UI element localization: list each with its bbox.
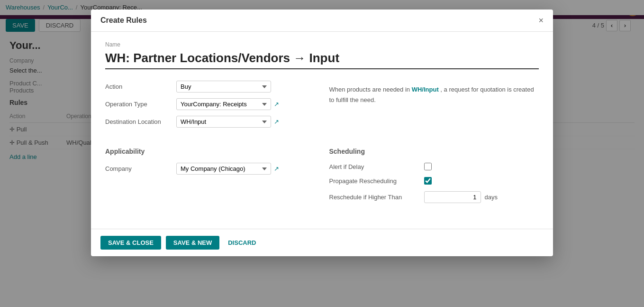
modal-body: Name Action Buy [91, 32, 553, 229]
action-value: Buy [176, 81, 315, 93]
reschedule-label: Reschedule if Higher Than [329, 194, 424, 201]
alert-delay-label: Alert if Delay [329, 163, 424, 170]
company-row: Company My Company (Chicago) ↗ [105, 163, 315, 175]
operation-type-row: Operation Type YourCompany: Receipts ↗ [105, 98, 315, 110]
destination-location-external-link[interactable]: ↗ [274, 118, 279, 125]
app-background: ⊞ Inventory Overview Operations Master D… [0, 0, 644, 307]
propagate-checkbox[interactable] [424, 177, 432, 185]
modal-footer: SAVE & CLOSE SAVE & NEW DISCARD [91, 229, 553, 256]
destination-location-label: Destination Location [105, 118, 176, 125]
desc-line1: When products are needed in [329, 86, 410, 93]
operation-type-external-link[interactable]: ↗ [274, 101, 279, 108]
reschedule-input[interactable] [424, 191, 481, 203]
scheduling-section: Scheduling Alert if Delay Propagate Resc… [329, 148, 539, 210]
company-external-link[interactable]: ↗ [274, 165, 279, 172]
applicability-section: Applicability Company My Company (Chicag… [105, 148, 315, 210]
operation-type-value: YourCompany: Receipts ↗ [176, 98, 315, 110]
rule-name-input[interactable] [105, 50, 539, 69]
company-label: Company [105, 165, 176, 172]
scheduling-heading: Scheduling [329, 148, 539, 155]
destination-location-select[interactable]: WH/Input [176, 116, 271, 128]
modal-close-button[interactable]: × [538, 16, 544, 25]
form-left: Action Buy Operation Type [105, 81, 315, 133]
action-row: Action Buy [105, 81, 315, 93]
applicability-heading: Applicability [105, 148, 315, 155]
modal-title: Create Rules [100, 16, 147, 25]
destination-location-value: WH/Input ↗ [176, 116, 315, 128]
action-label: Action [105, 83, 176, 90]
action-select[interactable]: Buy [176, 81, 271, 93]
reschedule-row: Reschedule if Higher Than days [329, 191, 539, 203]
days-label: days [485, 194, 498, 201]
discard-modal-button[interactable]: DISCARD [224, 236, 260, 250]
alert-delay-checkbox[interactable] [424, 163, 432, 170]
form-grid-top: Action Buy Operation Type [105, 81, 539, 133]
form-right-description: When products are needed in WH/Input , a… [329, 81, 539, 133]
save-close-button[interactable]: SAVE & CLOSE [100, 236, 161, 250]
desc-highlight: WH/Input [412, 86, 439, 93]
save-new-button[interactable]: SAVE & NEW [166, 236, 219, 250]
propagate-label: Propagate Rescheduling [329, 177, 424, 185]
alert-delay-row: Alert if Delay [329, 163, 539, 170]
operation-type-select[interactable]: YourCompany: Receipts [176, 98, 271, 110]
name-label: Name [105, 41, 539, 48]
company-select[interactable]: My Company (Chicago) [176, 163, 271, 175]
destination-location-row: Destination Location WH/Input ↗ [105, 116, 315, 128]
propagate-rescheduling-row: Propagate Rescheduling [329, 177, 539, 185]
section-divider: Applicability Company My Company (Chicag… [105, 148, 539, 210]
operation-type-label: Operation Type [105, 101, 176, 108]
modal-header: Create Rules × [91, 9, 553, 32]
modal-overlay: Create Rules × Name Action [0, 0, 644, 307]
create-rules-modal: Create Rules × Name Action [91, 9, 553, 256]
company-value: My Company (Chicago) ↗ [176, 163, 315, 175]
